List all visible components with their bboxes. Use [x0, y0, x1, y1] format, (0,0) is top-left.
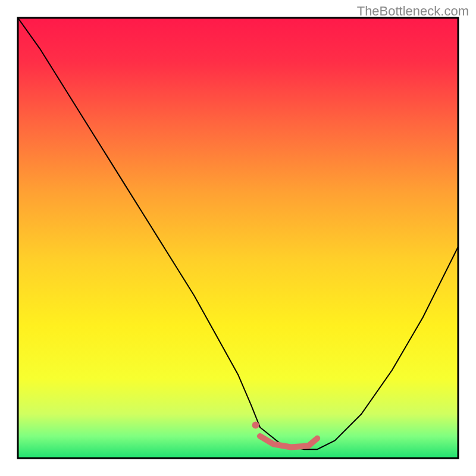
bottleneck-chart: TheBottleneck.com [0, 0, 476, 476]
plot-background [18, 18, 458, 458]
optimal-point [252, 422, 259, 429]
chart-svg [0, 0, 476, 476]
watermark-text: TheBottleneck.com [357, 4, 469, 19]
